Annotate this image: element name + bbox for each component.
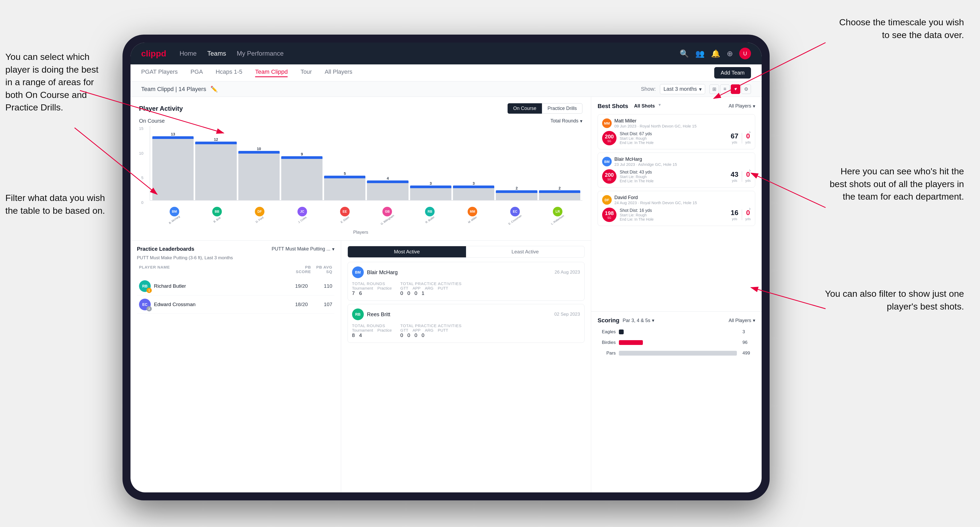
arg-value-1: 0 <box>414 290 417 296</box>
apc-name-2: Rees Britt <box>367 311 551 317</box>
shot-card-1[interactable]: MM Matt Miller 09 Jun 2023 · Royal North… <box>598 114 755 149</box>
scoring-player-filter-label: All Players <box>729 318 751 323</box>
x-label-3: D. Ford <box>255 216 264 223</box>
team-header-left: Team Clippd | 14 Players ✏️ <box>141 86 641 93</box>
apc-practice-sublabels-2: GTT APP ARG PUTT <box>400 328 461 332</box>
scoring-label-birdies: Birdies <box>600 340 616 345</box>
nav-link-my-performance[interactable]: My Performance <box>237 50 284 57</box>
player-info-1: Richard Butler <box>154 283 283 289</box>
th-avg: PB AVG SQ <box>311 265 332 274</box>
shot-badge-num-1: 200 <box>605 133 614 140</box>
bs-filter[interactable]: All Players ▾ <box>729 103 755 109</box>
bar-value-3: 10 <box>257 147 261 151</box>
sub-nav-all-players[interactable]: All Players <box>325 68 352 77</box>
practice-value-1: 6 <box>359 290 362 296</box>
shot-badge-2: 200 SG <box>602 169 616 184</box>
apc-practice-label-2: Total Practice Activities <box>400 323 461 328</box>
player-activity-section: Player Activity On Course Practice Drill… <box>130 97 591 241</box>
shot-player-meta-1: Matt Miller 09 Jun 2023 · Royal North De… <box>614 118 697 128</box>
sub-nav-pgat[interactable]: PGAT Players <box>141 68 178 77</box>
least-active-tab[interactable]: Least Active <box>466 246 584 257</box>
shot-text-2: Shot Dist: 43 yds Start Lie: Rough End L… <box>620 170 727 183</box>
apc-practice-values: 0 0 0 1 <box>400 290 461 296</box>
shot-m1-num-3: 16 <box>731 209 738 217</box>
apc-header-2: RB Rees Britt 02 Sep 2023 <box>352 308 580 320</box>
sub-nav-tour[interactable]: Tour <box>301 68 312 77</box>
practice-leaderboards-section: Practice Leaderboards PUTT Must Make Put… <box>130 241 341 492</box>
arg-value-2: 0 <box>414 332 417 338</box>
scoring-filter-label: Par 3, 4 & 5s <box>623 318 650 323</box>
gtt-value-2: 0 <box>400 332 403 338</box>
nav-link-home[interactable]: Home <box>180 50 197 57</box>
most-active-section: Most Active Least Active BM Blair McHarg… <box>341 241 591 492</box>
list-view-btn[interactable]: ≡ <box>720 84 730 94</box>
bar-value-5: 5 <box>344 171 346 176</box>
on-course-toggle[interactable]: On Course <box>508 103 542 114</box>
chart-filter-chevron: ▾ <box>580 118 582 124</box>
table-header: PLAYER NAME PB SCORE PB AVG SQ <box>137 265 334 274</box>
all-shots-tab[interactable]: All Shots <box>632 102 657 110</box>
sub-nav-pga[interactable]: PGA <box>190 68 203 77</box>
filter-view-btn[interactable]: ⚙ <box>741 84 751 94</box>
apc-rounds-sublabels-2: Tournament Practice <box>352 328 392 332</box>
shot-badge-sub-2: SG <box>608 178 611 181</box>
team-name: Team Clippd | 14 Players <box>141 86 206 93</box>
practice-drills-toggle[interactable]: Practice Drills <box>542 103 582 114</box>
practice-filter[interactable]: PUTT Must Make Putting ... ▾ <box>272 246 334 252</box>
chart-filter[interactable]: Total Rounds ▾ <box>550 118 582 124</box>
bs-header: Best Shots All Shots ▾ All Players ▾ <box>598 102 755 110</box>
bar-value-4: 9 <box>301 152 303 156</box>
sub-nav-team-clippd[interactable]: Team Clippd <box>255 68 288 77</box>
shot-card-2[interactable]: BM Blair McHarg 23 Jul 2023 · Ashridge G… <box>598 152 755 187</box>
shot-badge-3: 198 SG <box>602 208 616 222</box>
search-icon[interactable]: 🔍 <box>679 49 689 58</box>
sub-nav-hcaps[interactable]: Hcaps 1-5 <box>216 68 242 77</box>
x-item-4: JC J. Coles <box>282 207 323 221</box>
show-chevron: ▾ <box>699 86 702 92</box>
x-axis-area: BM B. McHarg BB B. Britt DF D. Ford <box>139 205 582 221</box>
bar-7 <box>410 186 451 200</box>
heart-view-btn[interactable]: ♥ <box>731 84 740 94</box>
scoring-section: Scoring Par 3, 4 & 5s ▾ All Players ▾ <box>591 312 762 492</box>
bar-group-7: 3 <box>410 181 451 200</box>
shot-player-info-2: BM Blair McHarg 23 Jul 2023 · Ashridge G… <box>602 157 751 167</box>
add-icon[interactable]: ⊕ <box>727 49 733 58</box>
top-nav: clippd Home Teams My Performance 🔍 👥 🔔 ⊕… <box>130 43 762 64</box>
shot-player-name-2: Blair McHarg <box>614 157 677 162</box>
apc-date-2: 02 Sep 2023 <box>554 312 580 317</box>
bar-value-10: 2 <box>558 186 561 190</box>
edit-icon[interactable]: ✏️ <box>210 86 218 93</box>
apc-rounds-group: Total Rounds Tournament Practice 7 6 <box>352 281 392 296</box>
app-value-1: 0 <box>407 290 410 296</box>
bar-value-8: 3 <box>473 181 475 186</box>
show-select[interactable]: Last 3 months ▾ <box>660 84 705 94</box>
bar-3 <box>238 151 280 200</box>
shot-m2-unit-1: yds <box>745 140 751 144</box>
apc-stats-2: Total Rounds Tournament Practice 8 4 <box>352 323 580 338</box>
bar-value-2: 12 <box>214 137 218 141</box>
nav-link-teams[interactable]: Teams <box>207 50 226 57</box>
x-item-3: DF D. Ford <box>239 207 280 221</box>
grid-view-btn[interactable]: ⊞ <box>710 84 719 94</box>
y-label-10: 10 <box>139 151 143 156</box>
scoring-filter[interactable]: Par 3, 4 & 5s ▾ <box>623 317 654 323</box>
user-avatar[interactable]: U <box>739 48 751 59</box>
shot-card-3[interactable]: DF David Ford 24 Aug 2023 · Royal North … <box>598 191 755 226</box>
bar-2 <box>195 141 237 200</box>
show-value: Last 3 months <box>663 86 697 92</box>
shot-dist-2: Shot Dist: 43 yds <box>620 170 727 175</box>
bar-group-5: 5 <box>324 171 365 200</box>
apc-date-1: 26 Aug 2023 <box>555 270 580 275</box>
tournament-value-1: 7 <box>352 290 355 296</box>
add-team-button[interactable]: Add Team <box>714 67 751 78</box>
users-icon[interactable]: 👥 <box>695 49 705 58</box>
shot-chevron-2: › <box>749 167 751 173</box>
apc-rounds-values-2: 8 4 <box>352 332 392 338</box>
bell-icon[interactable]: 🔔 <box>711 49 720 58</box>
team-header-right: Show: Last 3 months ▾ ⊞ ≡ ♥ ⚙ <box>641 84 751 94</box>
bar-group-2: 12 <box>195 137 237 200</box>
most-active-tab[interactable]: Most Active <box>348 246 466 257</box>
apc-stats-1: Total Rounds Tournament Practice 7 6 <box>352 281 580 296</box>
scoring-player-filter[interactable]: All Players ▾ <box>729 317 755 323</box>
scoring-bar-row-eagles: Eagles 3 <box>600 328 753 336</box>
